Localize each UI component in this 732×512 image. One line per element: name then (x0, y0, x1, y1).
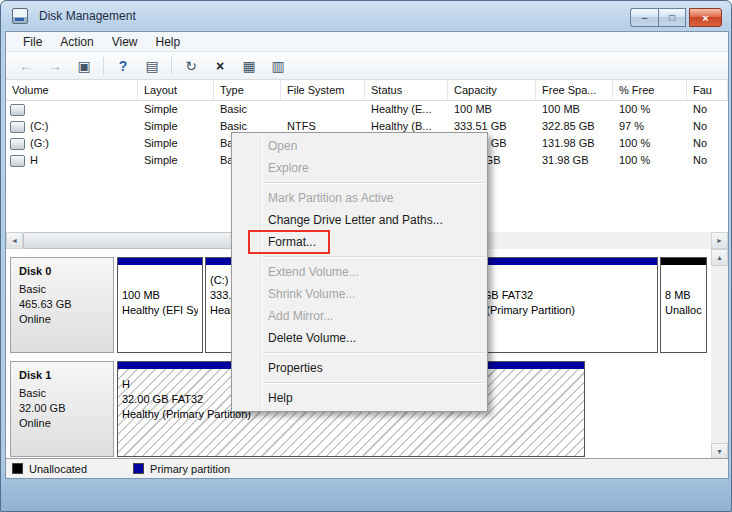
refresh-icon[interactable]: ↻ (181, 56, 201, 76)
legend-primary-partition-label: Primary partition (150, 463, 230, 475)
menu-item-shrink-volume: Shrink Volume... (232, 283, 487, 305)
menu-item-change-drive-letter[interactable]: Change Drive Letter and Paths... (232, 209, 487, 231)
column-header-volume[interactable]: Volume (6, 80, 138, 100)
volume-icon (10, 104, 25, 116)
delete-icon[interactable]: × (210, 56, 230, 76)
minimize-button[interactable]: – (630, 8, 658, 27)
context-menu: Open Explore Mark Partition as Active Ch… (231, 132, 488, 412)
primary-partition-color-swatch (133, 463, 144, 474)
volume-row-system[interactable]: Simple Basic Healthy (E... 100 MB 100 MB… (6, 101, 728, 118)
column-header-status[interactable]: Status (365, 80, 448, 100)
menu-separator (263, 256, 485, 258)
column-header-free-space[interactable]: Free Spa... (536, 80, 613, 100)
toolbar-separator (103, 57, 104, 75)
menu-item-delete-volume[interactable]: Delete Volume... (232, 327, 487, 349)
menu-item-add-mirror: Add Mirror... (232, 305, 487, 327)
disk1-label[interactable]: Disk 1 Basic 32.00 GB Online (10, 361, 114, 457)
partition-color-bar (118, 258, 202, 265)
menu-separator (263, 352, 485, 354)
volume-list-header: Volume Layout Type File System Status Ca… (6, 80, 728, 101)
menu-item-mark-partition-active: Mark Partition as Active (232, 187, 487, 209)
column-header-fault-tolerance[interactable]: Fau (687, 80, 728, 100)
unallocated-color-swatch (12, 463, 23, 474)
menu-item-format[interactable]: Format... (232, 231, 487, 253)
scroll-up-icon[interactable]: ▲ (711, 249, 728, 266)
column-header-file-system[interactable]: File System (281, 80, 365, 100)
partition-color-bar (661, 258, 706, 265)
scroll-left-icon[interactable]: ◄ (6, 232, 23, 249)
menu-view[interactable]: View (103, 35, 147, 49)
window-title: Disk Management (39, 9, 136, 23)
help-icon[interactable]: ? (113, 56, 133, 76)
volume-icon (10, 138, 25, 150)
back-icon[interactable]: ← (16, 56, 36, 76)
disk0-label[interactable]: Disk 0 Basic 465.63 GB Online (10, 257, 114, 353)
vertical-scrollbar[interactable]: ▲ ▼ (711, 249, 728, 460)
volume-icon (10, 155, 25, 167)
partition-unallocated[interactable]: 8 MB Unallocated (660, 257, 707, 353)
column-header-capacity[interactable]: Capacity (448, 80, 536, 100)
properties-icon[interactable]: ▦ (239, 56, 259, 76)
window-controls: – □ × (630, 8, 722, 27)
disk-management-window: Disk Management – □ × File Action View H… (0, 0, 732, 512)
export-list-icon[interactable]: ▥ (268, 56, 288, 76)
menu-item-properties[interactable]: Properties (232, 357, 487, 379)
legend-unallocated-label: Unallocated (29, 463, 87, 475)
menu-item-explore: Explore (232, 157, 487, 179)
menu-separator (263, 182, 485, 184)
action-pane-icon[interactable]: ▤ (142, 56, 162, 76)
column-header-type[interactable]: Type (214, 80, 281, 100)
titlebar[interactable]: Disk Management – □ × (1, 1, 731, 31)
partition-efi[interactable]: 100 MB Healthy (EFI System Partition) (117, 257, 203, 353)
volume-icon (10, 121, 25, 133)
maximize-icon: □ (669, 12, 675, 23)
legend: Unallocated Primary partition (6, 458, 728, 478)
menu-item-extend-volume: Extend Volume... (232, 261, 487, 283)
maximize-button[interactable]: □ (658, 8, 686, 27)
menu-item-open: Open (232, 135, 487, 157)
console-tree-icon[interactable]: ▣ (74, 56, 94, 76)
column-header-pct-free[interactable]: % Free (613, 80, 687, 100)
menu-separator (263, 382, 485, 384)
menu-action[interactable]: Action (51, 35, 102, 49)
menu-item-help[interactable]: Help (232, 387, 487, 409)
menu-help[interactable]: Help (147, 35, 190, 49)
forward-icon[interactable]: → (45, 56, 65, 76)
column-header-layout[interactable]: Layout (138, 80, 214, 100)
close-button[interactable]: × (689, 8, 722, 27)
menubar: File Action View Help (6, 32, 728, 52)
toolbar: ← → ▣ ? ▤ ↻ × ▦ ▥ (6, 52, 728, 80)
menu-file[interactable]: File (14, 35, 51, 49)
scroll-right-icon[interactable]: ► (711, 232, 728, 249)
disk-management-app-icon (12, 8, 28, 24)
minimize-icon: – (642, 12, 648, 23)
toolbar-separator (171, 57, 172, 75)
close-icon: × (702, 12, 708, 24)
